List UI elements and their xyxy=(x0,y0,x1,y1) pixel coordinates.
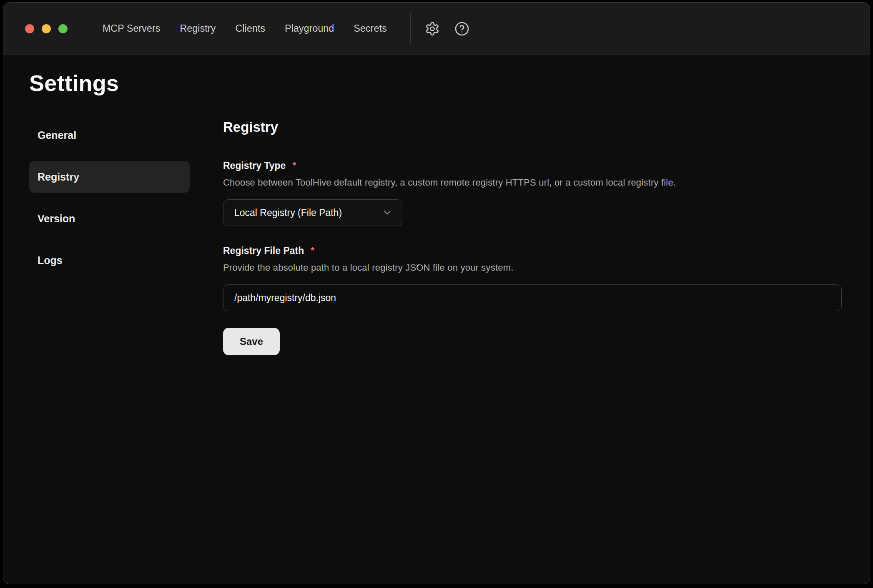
top-navigation: MCP Servers Registry Clients Playground … xyxy=(103,23,387,34)
topbar-divider xyxy=(410,13,411,45)
registry-file-path-label: Registry File Path xyxy=(223,245,304,256)
zoom-window-button[interactable] xyxy=(58,24,68,33)
registry-file-path-description: Provide the absolute path to a local reg… xyxy=(223,262,842,273)
page-title: Settings xyxy=(29,70,870,96)
nav-item-clients[interactable]: Clients xyxy=(235,23,265,34)
settings-page: Settings General Registry Version Logs R… xyxy=(3,55,870,584)
minimize-window-button[interactable] xyxy=(42,24,51,33)
sidebar-item-label: General xyxy=(38,129,76,141)
registry-type-label-row: Registry Type * xyxy=(223,160,842,171)
registry-type-select[interactable]: Local Registry (File Path) xyxy=(223,199,402,226)
registry-file-path-input[interactable] xyxy=(223,284,842,311)
settings-sidebar: General Registry Version Logs xyxy=(29,119,190,276)
sidebar-item-label: Logs xyxy=(38,254,63,266)
registry-type-label: Registry Type xyxy=(223,160,286,171)
question-circle-icon xyxy=(454,21,469,36)
registry-type-selected-value: Local Registry (File Path) xyxy=(234,207,342,219)
required-asterisk: * xyxy=(292,160,296,171)
settings-button[interactable] xyxy=(424,21,440,37)
required-asterisk: * xyxy=(311,245,314,256)
sidebar-item-logs[interactable]: Logs xyxy=(29,244,190,276)
traffic-lights xyxy=(25,24,68,33)
app-window: MCP Servers Registry Clients Playground … xyxy=(3,2,870,584)
gear-icon xyxy=(425,21,440,36)
nav-item-mcp-servers[interactable]: MCP Servers xyxy=(103,23,161,34)
sidebar-item-general[interactable]: General xyxy=(29,119,190,151)
sidebar-item-version[interactable]: Version xyxy=(29,203,190,234)
title-bar: MCP Servers Registry Clients Playground … xyxy=(3,3,870,55)
section-heading: Registry xyxy=(223,119,842,135)
save-button[interactable]: Save xyxy=(223,328,280,355)
nav-item-playground[interactable]: Playground xyxy=(285,23,334,34)
help-button[interactable] xyxy=(454,21,470,37)
sidebar-item-label: Registry xyxy=(38,171,79,183)
sidebar-item-registry[interactable]: Registry xyxy=(29,161,190,193)
nav-item-secrets[interactable]: Secrets xyxy=(354,23,387,34)
registry-type-description: Choose between ToolHive default registry… xyxy=(223,177,842,188)
nav-item-registry[interactable]: Registry xyxy=(180,23,216,34)
sidebar-item-label: Version xyxy=(38,213,75,225)
registry-file-path-label-row: Registry File Path * xyxy=(223,245,842,256)
registry-settings-panel: Registry Registry Type * Choose between … xyxy=(223,119,870,355)
chevron-down-icon xyxy=(382,207,393,218)
close-window-button[interactable] xyxy=(25,24,34,33)
